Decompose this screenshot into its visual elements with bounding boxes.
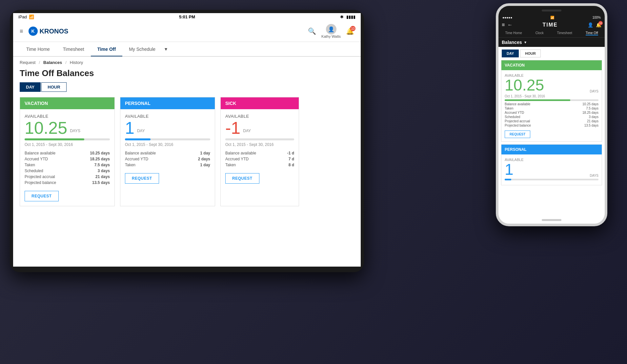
sick-card-header: SICK [221,97,299,109]
tab-time-home[interactable]: Time Home [20,43,56,56]
phone-device: ●●●●● 📶 100% ≡ ← TIME 👤 🔔 10 Time Home C… [496,3,607,226]
breadcrumb-sep-1: / [39,60,40,65]
phone-nav-title: TIME [543,22,558,28]
sick-date-range: Oct 1, 2015 - Sept 30, 2016 [225,142,294,147]
breadcrumb: Request / Balances / History [13,57,361,68]
phone-vac-detail-2: Accrued YTD 18.25 days [505,111,598,114]
logo-icon: K [29,27,38,36]
phone-vac-val-1: 7.5 days [586,107,598,110]
personal-detail-1: Accrued YTD 2 days [125,157,210,161]
menu-icon[interactable]: ≡ [20,28,23,35]
wifi-status-icon: 📶 [29,14,34,19]
phone-vac-val-2: 18.25 days [582,111,598,114]
phone-wifi-icon: 📶 [550,16,554,19]
phone-vacation-value-row: 10.25 DAYS [505,77,598,93]
personal-detail-label-1: Accrued YTD [125,157,148,161]
phone-battery: 100% [592,16,601,19]
phone-menu-icon[interactable]: ≡ [502,22,505,28]
phone-status-bar: ●●●●● 📶 100% [498,15,605,20]
phone-home-indicator[interactable] [542,219,561,221]
phone-nav: ≡ ← TIME 👤 🔔 10 [498,20,605,30]
phone-tab-timesheet[interactable]: Timesheet [557,31,572,35]
logo-text: KRONOS [40,28,69,35]
personal-unit: DAY [137,129,145,136]
phone-nav-right: 👤 🔔 10 [588,22,601,28]
avatar-circle: 👤 [326,24,336,34]
vacation-progress-bar [25,138,110,140]
day-toggle[interactable]: DAY [20,82,41,92]
phone-vacation-request-button[interactable]: REQUEST [505,131,530,138]
phone-vac-val-5: 13.5 days [584,124,598,127]
user-avatar[interactable]: 👤 Kathy Watts [321,24,341,38]
vacation-detail-label-3: Scheduled [25,169,43,173]
search-icon[interactable]: 🔍 [308,27,316,35]
vacation-unit: DAYS [70,129,80,136]
phone-vac-detail-0: Balance available 10.25 days [505,102,598,106]
hour-toggle[interactable]: HOUR [41,82,66,92]
sick-request-button[interactable]: REQUEST [225,173,259,184]
bluetooth-icon: ✱ [340,14,344,19]
phone-personal-value-row: 1 DAYS [505,162,598,177]
phone-vacation-card: VACATION AVAILABLE 10.25 DAYS Oct 1, 201… [501,60,602,142]
phone-vacation-body: AVAILABLE 10.25 DAYS Oct 1, 2015 - Sept … [501,70,602,141]
sick-value-row: -1 DAY [225,119,294,136]
personal-progress-bar [125,138,210,140]
phone-sub-nav: Balances ▾ [498,38,605,47]
phone-chevron-icon[interactable]: ▾ [524,40,526,45]
phone-vac-val-4: 21 days [587,119,598,123]
vacation-progress-fill [25,138,84,140]
vacation-card: VACATION AVAILABLE 10.25 DAYS Oct 1, 201… [20,97,115,206]
phone-vacation-header: VACATION [501,60,602,70]
vacation-detail-value-2: 7.5 days [94,163,110,167]
notification-bell[interactable]: 🔔 10 [346,27,354,35]
phone-personal-progress [505,179,598,180]
phone-vac-label-2: Accrued YTD [505,111,524,114]
vacation-detail-label-1: Accrued YTD [25,157,48,161]
phone-tab-time-off[interactable]: Time Off [586,31,598,35]
personal-request-button[interactable]: REQUEST [125,173,159,184]
phone-nav-left: ≡ ← [502,22,513,28]
tab-my-schedule[interactable]: My Schedule [122,43,162,56]
phone-back-icon[interactable]: ← [507,22,513,28]
ipad-label: iPad [18,14,27,19]
breadcrumb-balances[interactable]: Balances [43,60,62,65]
phone-tab-clock[interactable]: Clock [536,31,544,35]
phone-notification-badge: 10 [598,21,603,25]
vacation-detail-value-1: 18.25 days [90,157,110,161]
status-left: iPad 📶 [18,14,34,19]
vacation-detail-label-2: Taken [25,163,35,167]
kronos-logo: K KRONOS [29,27,69,36]
vacation-date-range: Oct 1, 2015 - Sept 30, 2016 [25,142,110,147]
phone-personal-header: PERSONAL [501,145,602,154]
tablet-device: iPad 📶 5:01 PM ✱ ▮▮▮▮ ≡ K KRONOS [10,10,364,272]
breadcrumb-request[interactable]: Request [20,60,35,65]
phone-tab-time-home[interactable]: Time Home [505,31,522,35]
phone-tab-bar: Time Home Clock Timesheet Time Off [498,30,605,38]
tab-more-icon[interactable]: ▾ [162,42,170,56]
phone-vac-label-3: Scheduled [505,115,520,119]
breadcrumb-sep-2: / [65,60,67,65]
phone-personal-available-label: AVAILABLE [505,158,598,162]
sick-detail-value-0: -1 d [287,151,294,155]
tab-timesheet[interactable]: Timesheet [56,43,91,56]
vacation-detail-value-4: 21 days [95,174,110,179]
personal-value-row: 1 DAY [125,119,210,136]
vacation-detail-2: Taken 7.5 days [25,163,110,167]
phone-vacation-progress-fill [505,99,570,101]
tab-time-off[interactable]: Time Off [91,43,123,56]
phone-bell-container: 🔔 10 [596,22,601,28]
time-display: 5:01 PM [179,14,195,19]
vacation-detail-4: Projected accrual 21 days [25,174,110,179]
vacation-detail-label-0: Balance available [25,151,55,155]
phone-vac-detail-3: Scheduled 3 days [505,115,598,119]
phone-content: DAY HOUR VACATION AVAILABLE 10.25 DAYS O… [498,47,605,226]
phone-user-icon[interactable]: 👤 [588,22,593,28]
top-nav: ≡ K KRONOS 🔍 👤 Kathy Watts 🔔 10 [13,21,361,42]
vacation-value: 10.25 [25,119,67,136]
phone-hour-toggle[interactable]: HOUR [520,50,540,57]
phone-personal-days-label: DAYS [590,174,599,177]
breadcrumb-history[interactable]: History [70,60,83,65]
vacation-detail-3: Scheduled 3 days [25,169,110,173]
phone-day-toggle[interactable]: DAY [502,50,519,57]
vacation-request-button[interactable]: REQUEST [25,191,59,201]
